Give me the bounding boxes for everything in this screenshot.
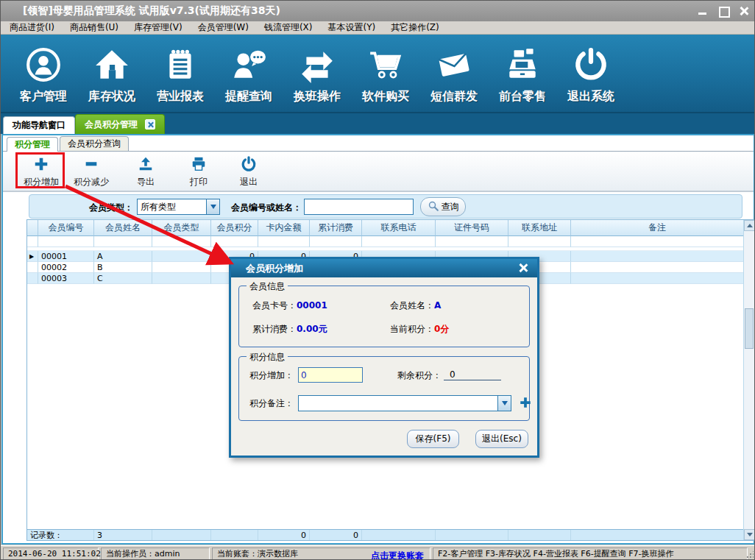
statusbar: 2014-06-20 11:51:02 当前操作员：admin 当前账套：演示数… — [1, 545, 755, 560]
toolbar-software-purchase[interactable]: 软件购买 — [353, 35, 418, 112]
search-icon — [428, 200, 439, 214]
toolbar-exit-system[interactable]: 退出系统 — [559, 35, 623, 112]
card-number-value: 00001 — [297, 300, 327, 311]
titlebar: [领智]母婴用品管理系统 试用版v7.3(试用期还有38天) — [1, 1, 755, 21]
member-name-label: 会员姓名： — [390, 300, 434, 311]
subtabs: 积分管理 会员积分查询 — [3, 136, 754, 152]
record-count-value: 3 — [94, 530, 152, 540]
member-name-value: A — [434, 300, 441, 311]
status-operator: 当前操作员：admin — [101, 547, 210, 560]
current-points-value: 0分 — [434, 324, 449, 334]
scrollbar-thumb[interactable] — [745, 308, 754, 349]
menu-goods-purchase[interactable]: 商品进货(I) — [10, 21, 54, 34]
pos-icon — [504, 46, 541, 83]
toolbar-reminder-query[interactable]: 提醒查询 — [216, 35, 281, 112]
tab-nav-window[interactable]: 功能导航窗口 — [3, 116, 75, 134]
col-address[interactable]: 联系地址 — [508, 220, 571, 236]
shift-icon — [299, 46, 336, 83]
row-selector-icon: ▶ — [27, 253, 34, 260]
col-member-name[interactable]: 会员姓名 — [94, 220, 152, 236]
points-note-label: 积分备注： — [249, 397, 294, 410]
menubar: 商品进货(I) 商品销售(U) 库存管理(V) 会员管理(W) 钱流管理(X) … — [1, 21, 755, 35]
grid-summary-row: 记录数： 3 0 0 — [27, 529, 744, 540]
vertical-scrollbar[interactable] — [743, 220, 754, 540]
dialog-exit-button[interactable]: 退出(Esc) — [475, 430, 528, 448]
keyword-label: 会员编号或姓名： — [231, 202, 302, 214]
dialog-close-icon[interactable] — [518, 263, 528, 273]
close-button[interactable] — [738, 5, 750, 17]
menu-goods-sales[interactable]: 商品销售(U) — [70, 21, 118, 34]
col-total-spend[interactable]: 累计消费 — [310, 220, 362, 236]
col-points[interactable]: 会员积分 — [211, 220, 258, 236]
grid-header-row: 会员编号 会员姓名 会员类型 会员积分 卡内金额 累计消费 联系电话 证件号码 … — [27, 220, 744, 236]
minus-icon — [83, 156, 99, 172]
points-info-group: 积分信息 积分增加： 剩余积分： 0 积分备注： — [238, 356, 530, 421]
member-type-label: 会员类型： — [89, 202, 133, 214]
member-type-select[interactable]: 所有类型 — [137, 199, 220, 215]
points-subtract-button[interactable]: 积分减少 — [68, 156, 115, 188]
resize-grip[interactable] — [746, 551, 754, 559]
menu-other[interactable]: 其它操作(Z) — [391, 21, 439, 34]
dialog-titlebar[interactable]: 会员积分增加 — [231, 259, 537, 277]
col-id-number[interactable]: 证件号码 — [436, 220, 508, 236]
window-title: [领智]母婴用品管理系统 试用版v7.3(试用期还有38天) — [23, 4, 280, 18]
tab-member-points[interactable]: 会员积分管理 — [75, 114, 165, 134]
tab-close-icon[interactable] — [145, 119, 155, 130]
subtab-points-management[interactable]: 积分管理 — [7, 137, 58, 152]
scroll-down-icon[interactable] — [744, 529, 755, 540]
subtab-points-query[interactable]: 会员积分查询 — [60, 136, 129, 151]
card-number-label: 会员卡号： — [252, 300, 297, 311]
sms-icon — [436, 46, 472, 83]
total-spend-value: 0.00元 — [297, 324, 327, 334]
print-button[interactable]: 打印 — [175, 156, 222, 188]
menu-cashflow[interactable]: 钱流管理(X) — [264, 21, 313, 34]
search-button[interactable]: 查询 — [420, 197, 466, 216]
annotation-highlight-box — [15, 152, 65, 188]
points-note-select[interactable] — [298, 395, 511, 411]
switch-account-link[interactable]: 点击更换账套 — [371, 550, 424, 560]
action-toolbar: 积分增加 积分减少 导出 打印 — [3, 152, 754, 192]
chevron-down-icon[interactable] — [497, 396, 511, 411]
toolbar-shift-change[interactable]: 换班操作 — [285, 35, 350, 112]
chevron-down-icon[interactable] — [206, 199, 219, 214]
points-add-input[interactable] — [298, 367, 363, 383]
member-info-group: 会员信息 会员卡号：00001 会员姓名：A 累计消费：0.00元 当前积分：0… — [238, 286, 530, 347]
current-points-label: 当前积分： — [390, 324, 434, 334]
add-points-dialog: 会员积分增加 会员信息 会员卡号：00001 会员姓名：A 累计消费：0.00元… — [229, 257, 539, 458]
main-toolbar: 客户管理 库存状况 营业报表 提醒查询 换班操作 — [1, 35, 755, 113]
col-member-id[interactable]: 会员编号 — [38, 220, 94, 236]
toolbar-sms-broadcast[interactable]: 短信群发 — [422, 35, 486, 112]
col-phone[interactable]: 联系电话 — [362, 220, 436, 236]
scroll-up-icon[interactable] — [744, 220, 755, 231]
app-window: [领智]母婴用品管理系统 试用版v7.3(试用期还有38天) 商品进货(I) 商… — [0, 0, 755, 560]
power-icon — [573, 46, 609, 83]
customer-icon — [25, 46, 62, 83]
minimize-button[interactable] — [697, 5, 709, 17]
toolbar-business-report[interactable]: 营业报表 — [148, 35, 213, 112]
maximize-button[interactable] — [717, 5, 729, 17]
home-icon — [93, 46, 130, 83]
keyword-input[interactable] — [304, 199, 414, 215]
export-button[interactable]: 导出 — [122, 156, 169, 188]
toolbar-inventory-status[interactable]: 库存状况 — [79, 35, 144, 112]
col-card-balance[interactable]: 卡内金额 — [258, 220, 310, 236]
menu-settings[interactable]: 基本设置(Y) — [327, 21, 375, 34]
col-member-type[interactable]: 会员类型 — [152, 220, 211, 236]
reminder-icon — [230, 46, 267, 83]
col-remark[interactable]: 备注 — [571, 220, 744, 236]
points-add-label: 积分增加： — [249, 369, 294, 382]
exit-power-icon — [241, 156, 257, 172]
toolbar-customer-management[interactable]: 客户管理 — [11, 35, 76, 112]
menu-inventory[interactable]: 库存管理(V) — [134, 21, 182, 34]
save-button[interactable]: 保存(F5) — [407, 430, 459, 448]
cart-icon — [367, 46, 404, 83]
add-note-plus-icon[interactable] — [519, 396, 532, 409]
menu-members[interactable]: 会员管理(W) — [198, 21, 249, 34]
points-remain-value: 0 — [444, 369, 501, 380]
print-icon — [191, 156, 207, 172]
document-tabstrip: 功能导航窗口 会员积分管理 — [1, 113, 755, 134]
status-time: 2014-06-20 11:51:02 — [3, 547, 99, 560]
toolbar-front-desk-retail[interactable]: 前台零售 — [490, 35, 555, 112]
dialog-title: 会员积分增加 — [246, 262, 303, 275]
exit-button[interactable]: 退出 — [225, 156, 272, 188]
